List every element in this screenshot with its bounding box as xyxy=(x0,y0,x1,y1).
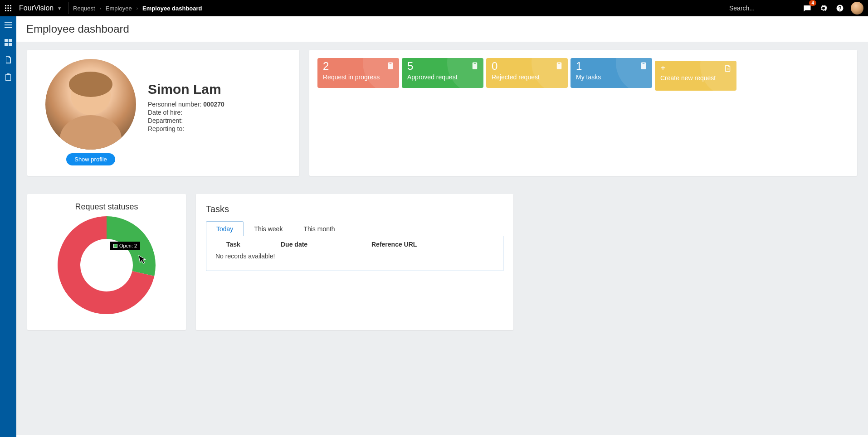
tile-label: My tasks xyxy=(576,73,647,81)
user-avatar[interactable] xyxy=(851,2,863,15)
svg-rect-15 xyxy=(9,43,12,46)
chevron-down-icon: ▼ xyxy=(57,6,62,11)
breadcrumb-current[interactable]: Employee dashboard xyxy=(142,5,202,12)
svg-rect-2 xyxy=(10,5,11,6)
gear-icon[interactable] xyxy=(818,3,829,14)
tab-this-month[interactable]: This month xyxy=(293,221,345,236)
brand-selector[interactable]: FourVision ▼ xyxy=(16,4,68,12)
donut-chart[interactable]: Open: 2 xyxy=(57,215,156,315)
legend-color-box xyxy=(113,244,117,248)
tile-create-new-request[interactable]: +Create new request xyxy=(655,61,736,91)
help-icon[interactable] xyxy=(834,3,845,14)
clipboard-icon[interactable] xyxy=(4,73,13,82)
profile-photo xyxy=(45,59,136,150)
svg-point-18 xyxy=(69,72,112,97)
svg-rect-7 xyxy=(8,10,9,11)
dashboard-icon[interactable] xyxy=(4,38,13,47)
department-field: Department: xyxy=(148,117,224,124)
svg-rect-4 xyxy=(8,8,9,9)
tooltip-text: Open: 2 xyxy=(119,243,137,248)
svg-rect-6 xyxy=(5,10,6,11)
document-icon xyxy=(724,64,732,73)
main-content: Employee dashboard Show profile Simon La… xyxy=(16,16,868,437)
chart-title: Request statuses xyxy=(34,202,179,212)
messages-icon[interactable]: 4 xyxy=(802,3,813,14)
side-nav xyxy=(0,16,16,437)
tile-number: 2 xyxy=(323,61,394,72)
tasks-card: Tasks TodayThis weekThis month Task Due … xyxy=(196,194,513,330)
clipboard-icon xyxy=(386,62,395,70)
personnel-number-field: Personnel number: 000270 xyxy=(148,101,224,108)
svg-rect-10 xyxy=(5,24,12,25)
tasks-empty-message: No records available! xyxy=(206,251,503,271)
top-bar: FourVision ▼ Request › Employee › Employ… xyxy=(0,0,868,16)
page-title: Employee dashboard xyxy=(16,16,868,42)
svg-rect-8 xyxy=(10,10,11,11)
plus-icon: + xyxy=(660,63,731,73)
svg-rect-1 xyxy=(8,5,9,6)
svg-rect-3 xyxy=(5,8,6,9)
tile-label: Create new request xyxy=(660,74,731,82)
clipboard-icon xyxy=(471,62,479,70)
svg-rect-13 xyxy=(9,39,12,42)
profile-name: Simon Lam xyxy=(148,82,224,97)
chart-tooltip: Open: 2 xyxy=(110,242,140,250)
chevron-right-icon: › xyxy=(137,6,138,11)
column-reference-url: Reference URL xyxy=(371,241,494,248)
tile-label: Rejected request xyxy=(492,73,562,81)
tiles-card: 2Request in progress5Approved request0Re… xyxy=(309,50,857,176)
svg-point-17 xyxy=(60,115,122,150)
svg-rect-0 xyxy=(5,5,6,6)
tile-number: 5 xyxy=(407,61,478,72)
brand-label: FourVision xyxy=(19,4,54,12)
tasks-tabs: TodayThis weekThis month xyxy=(206,221,503,236)
svg-rect-12 xyxy=(5,39,8,42)
show-profile-button[interactable]: Show profile xyxy=(66,153,115,165)
tile-number: 0 xyxy=(492,61,562,72)
tile-approved-request[interactable]: 5Approved request xyxy=(402,58,483,88)
tile-my-tasks[interactable]: 1My tasks xyxy=(571,58,652,88)
tile-rejected-request[interactable]: 0Rejected request xyxy=(486,58,568,88)
divider xyxy=(68,2,68,14)
clipboard-icon xyxy=(555,62,563,70)
profile-card: Show profile Simon Lam Personnel number:… xyxy=(27,50,299,176)
search-input[interactable] xyxy=(729,5,797,12)
hamburger-icon[interactable] xyxy=(4,21,13,30)
breadcrumb-employee[interactable]: Employee xyxy=(106,5,132,12)
tasks-table: Task Due date Reference URL No records a… xyxy=(206,236,503,271)
tab-this-week[interactable]: This week xyxy=(244,221,293,236)
tile-request-in-progress[interactable]: 2Request in progress xyxy=(317,58,399,88)
svg-rect-5 xyxy=(10,8,11,9)
svg-rect-11 xyxy=(5,27,12,28)
notification-badge: 4 xyxy=(809,0,816,6)
chart-card: Request statuses Open: 2 xyxy=(27,194,186,330)
breadcrumb-request[interactable]: Request xyxy=(73,5,95,12)
reporting-to-field: Reporting to: xyxy=(148,125,224,132)
tile-number: 1 xyxy=(576,61,647,72)
tasks-title: Tasks xyxy=(206,204,503,214)
tile-label: Approved request xyxy=(407,73,478,81)
breadcrumb: Request › Employee › Employee dashboard xyxy=(73,5,202,12)
date-of-hire-field: Date of hire: xyxy=(148,109,224,116)
column-due-date: Due date xyxy=(281,241,371,248)
svg-rect-14 xyxy=(5,43,8,46)
tile-label: Request in progress xyxy=(323,73,394,81)
tasks-table-header: Task Due date Reference URL xyxy=(206,236,503,251)
chevron-right-icon: › xyxy=(100,6,101,11)
svg-rect-9 xyxy=(5,22,12,23)
tab-today[interactable]: Today xyxy=(206,221,244,236)
column-task: Task xyxy=(226,241,281,248)
app-launcher-icon[interactable] xyxy=(0,0,16,16)
clipboard-icon xyxy=(639,62,648,70)
documents-icon[interactable] xyxy=(4,55,13,64)
search-box[interactable] xyxy=(729,4,797,12)
